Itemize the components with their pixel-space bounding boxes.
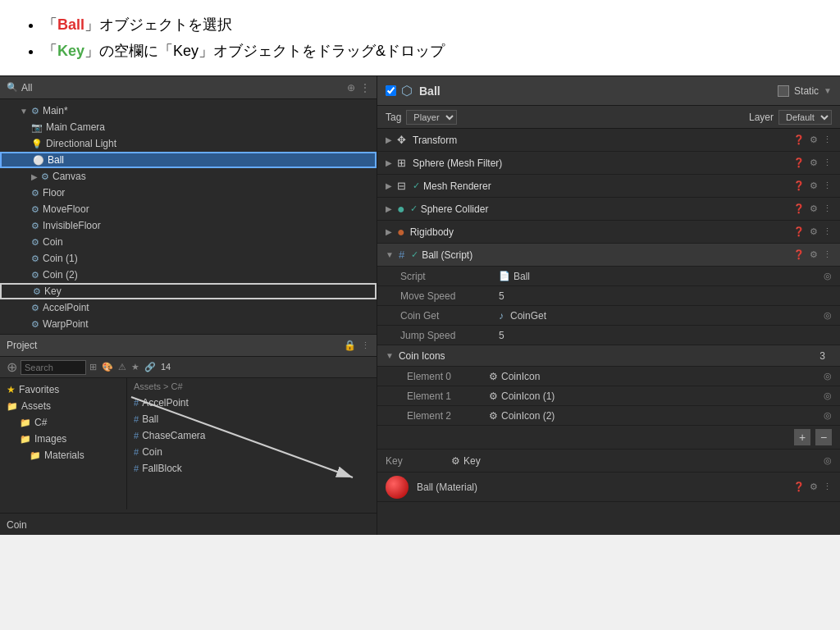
target-icon[interactable]: ◎ <box>824 310 832 321</box>
element-icon: ⚙ <box>489 410 498 422</box>
sidebar-item-favorites[interactable]: ★ Favorites <box>0 381 126 398</box>
file-coin[interactable]: # Coin <box>134 444 370 460</box>
camera-icon: 📷 <box>31 122 43 133</box>
item-label: Floor <box>43 187 65 199</box>
hierarchy-search-label[interactable]: All <box>21 82 32 94</box>
icon-2[interactable]: 🎨 <box>102 362 113 372</box>
target-icon[interactable]: ◎ <box>824 410 832 421</box>
hierarchy-item-warppoint[interactable]: ⚙ WarpPoint <box>0 316 377 332</box>
file-name: FallBlock <box>142 463 182 474</box>
hierarchy-item-key[interactable]: ⚙ Key <box>0 283 377 299</box>
target-icon[interactable]: ◎ <box>824 455 832 466</box>
layer-dropdown[interactable]: Default <box>778 110 832 125</box>
hierarchy-item-main[interactable]: ▼ ⚙ Main* <box>0 103 377 119</box>
more-icon[interactable]: ⋮ <box>823 135 832 145</box>
file-chasecamera[interactable]: # ChaseCamera <box>134 427 370 444</box>
sidebar-item-images[interactable]: 📁 Images <box>0 431 126 447</box>
component-ball-script[interactable]: ▼ # ✓ Ball (Script) ❓ ⚙ ⋮ <box>377 244 840 267</box>
section-coin-icons[interactable]: ▼ Coin Icons 3 <box>377 345 840 367</box>
label: Materials <box>44 450 84 461</box>
file-name: Ball <box>142 413 158 425</box>
object-active-checkbox[interactable] <box>386 85 396 96</box>
hierarchy-item-movefloor[interactable]: ⚙ MoveFloor <box>0 201 377 217</box>
hierarchy-item-main-camera[interactable]: 📷 Main Camera <box>0 119 377 135</box>
lock-icon[interactable]: 🔒 <box>344 340 356 351</box>
element-value: ⚙ CoinIcon (1) <box>489 390 824 402</box>
settings-icon[interactable]: ⚙ <box>810 180 818 191</box>
settings-icon[interactable]: ⚙ <box>810 158 818 168</box>
target-icon[interactable]: ◎ <box>824 371 832 381</box>
settings-icon[interactable]: ⚙ <box>810 482 818 492</box>
more-icon[interactable]: ⋮ <box>823 482 832 492</box>
more-options-icon[interactable]: ⋮ <box>361 340 370 351</box>
sidebar-item-materials[interactable]: 📁 Materials <box>0 447 126 463</box>
more-icon[interactable]: ⋮ <box>360 82 370 94</box>
icon-1[interactable]: ⊞ <box>89 362 97 372</box>
add-element-button[interactable]: + <box>794 429 810 445</box>
ball-material-row[interactable]: Ball (Material) ❓ ⚙ ⋮ <box>377 472 840 502</box>
file-ball[interactable]: # Ball <box>134 411 370 427</box>
help-icon[interactable]: ❓ <box>793 226 805 237</box>
settings-icon[interactable]: ⚙ <box>810 203 818 214</box>
component-transform[interactable]: ▶ ✥ Transform ❓ ⚙ ⋮ <box>377 129 840 152</box>
hierarchy-item-coin1[interactable]: ⚙ Coin (1) <box>0 250 377 267</box>
component-mesh-renderer[interactable]: ▶ ⊟ ✓ Mesh Renderer ❓ ⚙ ⋮ <box>377 175 840 198</box>
icon-3[interactable]: ⚠ <box>118 362 126 372</box>
hierarchy-item-ball[interactable]: ⚪ Ball <box>0 152 377 168</box>
field-value[interactable]: 5 <box>499 290 832 302</box>
add-icon[interactable]: ⊕ <box>347 82 355 94</box>
element-name: CoinIcon (2) <box>501 410 555 422</box>
file-accelpoint[interactable]: # AccelPoint <box>134 395 370 411</box>
component-name: Sphere (Mesh Filter) <box>413 158 502 169</box>
help-icon[interactable]: ❓ <box>793 203 805 214</box>
hierarchy-item-coin2[interactable]: ⚙ Coin (2) <box>0 267 377 283</box>
folder-icon: 📁 <box>7 401 18 412</box>
mesh-renderer-icon: ⊟ <box>397 180 406 192</box>
component-rigidbody[interactable]: ▶ ● Rigidbody ❓ ⚙ ⋮ <box>377 221 840 244</box>
target-icon[interactable]: ◎ <box>824 390 832 401</box>
help-icon[interactable]: ❓ <box>793 135 805 145</box>
hierarchy-item-invisiblefloor[interactable]: ⚙ InvisibleFloor <box>0 217 377 234</box>
more-icon[interactable]: ⋮ <box>823 158 832 168</box>
component-sphere-mesh-filter[interactable]: ▶ ⊞ Sphere (Mesh Filter) ❓ ⚙ ⋮ <box>377 152 840 175</box>
help-icon[interactable]: ❓ <box>793 249 805 260</box>
settings-icon[interactable]: ⚙ <box>810 226 818 237</box>
element-name: CoinIcon <box>501 371 540 382</box>
file-name: ChaseCamera <box>142 430 205 441</box>
sidebar-item-csharp[interactable]: 📁 C# <box>0 414 126 431</box>
script-icon: # <box>134 447 139 457</box>
more-icon[interactable]: ⋮ <box>823 203 832 214</box>
hierarchy-item-canvas[interactable]: ▶ ⚙ Canvas <box>0 168 377 185</box>
remove-element-button[interactable]: − <box>815 429 832 445</box>
sidebar-item-assets[interactable]: 📁 Assets <box>0 398 126 414</box>
inspector-scroll[interactable]: ▶ ✥ Transform ❓ ⚙ ⋮ ▶ ⊞ Sphere (Mesh Fil… <box>377 129 840 535</box>
help-icon[interactable]: ❓ <box>793 482 805 492</box>
item-label: Directional Light <box>46 138 116 149</box>
project-search-input[interactable] <box>21 360 86 375</box>
tag-dropdown[interactable]: Player <box>406 110 457 125</box>
static-checkbox[interactable] <box>778 85 789 97</box>
search-icon: 🔍 <box>7 82 18 93</box>
hierarchy-item-accelpoint[interactable]: ⚙ AccelPoint <box>0 299 377 316</box>
item-label: Coin <box>43 236 63 248</box>
more-icon[interactable]: ⋮ <box>823 226 832 237</box>
hierarchy-item-floor[interactable]: ⚙ Floor <box>0 185 377 201</box>
icon-5[interactable]: 🔗 <box>144 362 156 372</box>
static-dropdown-arrow[interactable]: ▼ <box>824 86 832 95</box>
field-value[interactable]: 5 <box>499 330 832 341</box>
add-icon[interactable]: ⊕ <box>7 359 17 375</box>
hierarchy-item-directional-light[interactable]: 💡 Directional Light <box>0 135 377 152</box>
component-name: Transform <box>413 135 457 146</box>
file-fallblock[interactable]: # FallBlock <box>134 460 370 477</box>
settings-icon[interactable]: ⚙ <box>810 135 818 145</box>
component-sphere-collider[interactable]: ▶ ● ✓ Sphere Collider ❓ ⚙ ⋮ <box>377 198 840 221</box>
help-icon[interactable]: ❓ <box>793 180 805 191</box>
settings-icon[interactable]: ⚙ <box>810 249 818 260</box>
help-icon[interactable]: ❓ <box>793 158 805 168</box>
array-element-0: Element 0 ⚙ CoinIcon ◎ <box>377 367 840 386</box>
more-icon[interactable]: ⋮ <box>823 249 832 260</box>
more-icon[interactable]: ⋮ <box>823 180 832 191</box>
icon-4[interactable]: ★ <box>131 362 139 372</box>
target-icon[interactable]: ◎ <box>824 271 832 281</box>
hierarchy-item-coin[interactable]: ⚙ Coin <box>0 234 377 250</box>
